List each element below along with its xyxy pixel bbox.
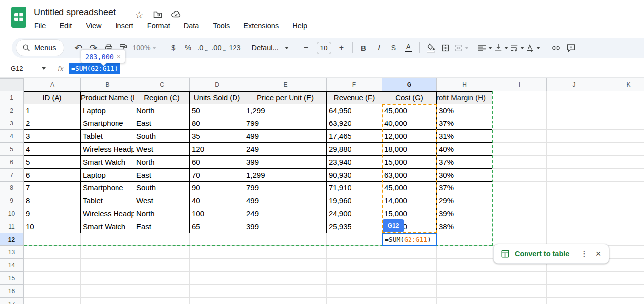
cell-H8[interactable]: 37%	[437, 182, 492, 194]
cell-J3[interactable]	[547, 117, 601, 130]
format-currency-button[interactable]: $	[167, 41, 179, 55]
cell-E3[interactable]: 799	[244, 117, 327, 130]
cell-E2[interactable]: 1,299	[244, 104, 327, 117]
row-header-7[interactable]: 7	[0, 169, 24, 182]
menu-edit[interactable]: Edit	[59, 21, 72, 31]
cell-A14[interactable]	[24, 259, 81, 272]
cell-H14[interactable]	[437, 259, 492, 272]
cell-B12[interactable]	[81, 233, 134, 246]
zoom-control[interactable]: 100%	[133, 44, 157, 52]
cell-D11[interactable]: 65	[190, 220, 244, 233]
cell-D2[interactable]: 50	[190, 104, 244, 117]
cell-A12[interactable]	[24, 233, 81, 246]
cell-H4[interactable]: 31%	[437, 130, 492, 143]
cell-E1[interactable]: Price per Unit (E)	[244, 91, 327, 104]
cell-G8[interactable]: 45,000	[382, 182, 437, 194]
cell-C12[interactable]	[134, 233, 190, 246]
cell-D4[interactable]: 35	[190, 130, 244, 143]
menu-view[interactable]: View	[85, 21, 102, 31]
fill-color-button[interactable]	[424, 41, 437, 55]
cell-B5[interactable]: Wireless Headphones	[81, 143, 134, 156]
row-header-13[interactable]: 13	[0, 246, 24, 259]
cell-H6[interactable]: 37%	[437, 156, 492, 169]
cell-I7[interactable]	[492, 169, 547, 182]
more-formats-button[interactable]: 123	[229, 41, 241, 55]
cell-A4[interactable]: 3	[24, 130, 81, 143]
cell-J10[interactable]	[547, 207, 601, 220]
strikethrough-button[interactable]: S	[387, 41, 400, 55]
merge-cells-button[interactable]	[454, 41, 468, 55]
cell-E11[interactable]: 399	[244, 220, 327, 233]
cell-H16[interactable]	[437, 285, 492, 298]
cell-D13[interactable]	[190, 246, 244, 259]
cell-G17[interactable]	[382, 298, 437, 304]
menu-insert[interactable]: Insert	[115, 21, 134, 31]
insert-comment-button[interactable]	[565, 41, 578, 55]
cell-D8[interactable]: 90	[190, 182, 244, 194]
cell-D16[interactable]	[190, 285, 244, 298]
column-header-C[interactable]: C	[134, 78, 190, 91]
popup-more-options-icon[interactable]: ⋮	[576, 249, 591, 258]
cell-B8[interactable]: Smartphone	[81, 182, 134, 194]
menu-help[interactable]: Help	[292, 21, 308, 31]
cell-B4[interactable]: Tablet	[81, 130, 134, 143]
cell-A1[interactable]: ID (A)	[24, 91, 81, 104]
decrease-font-size-button[interactable]: −	[300, 41, 313, 55]
cell-A5[interactable]: 4	[24, 143, 81, 156]
cell-C1[interactable]: Region (C)	[134, 91, 190, 104]
cell-H13[interactable]	[437, 246, 492, 259]
cell-I4[interactable]	[492, 130, 547, 143]
cell-J17[interactable]	[547, 298, 601, 304]
menu-extensions[interactable]: Extensions	[243, 21, 279, 31]
cell-C11[interactable]: East	[134, 220, 190, 233]
cell-K15[interactable]	[601, 272, 644, 285]
cell-E12[interactable]	[244, 233, 327, 246]
cell-J8[interactable]	[547, 182, 601, 194]
cell-A7[interactable]: 6	[24, 169, 81, 182]
cell-E16[interactable]	[244, 285, 327, 298]
cell-F7[interactable]: 90,930	[327, 169, 382, 182]
cell-J9[interactable]	[547, 194, 601, 207]
row-header-9[interactable]: 9	[0, 194, 24, 207]
cell-B7[interactable]: Laptop	[81, 169, 134, 182]
cell-C5[interactable]: West	[134, 143, 190, 156]
cell-J16[interactable]	[547, 285, 601, 298]
cell-D14[interactable]	[190, 259, 244, 272]
row-header-5[interactable]: 5	[0, 143, 24, 156]
cell-I9[interactable]	[492, 194, 547, 207]
cell-G5[interactable]: 18,000	[382, 143, 437, 156]
cell-H10[interactable]: 39%	[437, 207, 492, 220]
cell-K8[interactable]	[601, 182, 644, 194]
cell-F1[interactable]: Revenue (F)	[327, 91, 382, 104]
cell-C4[interactable]: South	[134, 130, 190, 143]
font-family-control[interactable]: Defaul...	[252, 44, 290, 52]
cell-C10[interactable]: North	[134, 207, 190, 220]
cell-F14[interactable]	[327, 259, 382, 272]
cell-F5[interactable]: 29,880	[327, 143, 382, 156]
font-size-input[interactable]: 10	[317, 42, 331, 54]
cell-J15[interactable]	[547, 272, 601, 285]
insert-link-button[interactable]	[550, 41, 563, 55]
cell-E13[interactable]	[244, 246, 327, 259]
increase-font-size-button[interactable]: +	[335, 41, 348, 55]
cell-G6[interactable]: 15,000	[382, 156, 437, 169]
cell-J6[interactable]	[547, 156, 601, 169]
cell-B13[interactable]	[81, 246, 134, 259]
cell-D15[interactable]	[190, 272, 244, 285]
active-cell-G12[interactable]: =SUM(G2:G11)	[382, 233, 437, 246]
cell-H3[interactable]: 37%	[437, 117, 492, 130]
column-header-H[interactable]: H	[437, 78, 492, 91]
italic-button[interactable]: I	[372, 41, 385, 55]
text-wrap-button[interactable]	[510, 41, 524, 55]
cell-C14[interactable]	[134, 259, 190, 272]
star-icon[interactable]: ☆	[134, 9, 145, 20]
cell-E6[interactable]: 399	[244, 156, 327, 169]
cell-D1[interactable]: Units Sold (D)	[190, 91, 244, 104]
menu-data[interactable]: Data	[183, 21, 200, 31]
row-header-4[interactable]: 4	[0, 130, 24, 143]
cell-F9[interactable]: 19,960	[327, 194, 382, 207]
column-header-A[interactable]: A	[24, 78, 81, 91]
cell-F17[interactable]	[327, 298, 382, 304]
cell-D5[interactable]: 120	[190, 143, 244, 156]
column-header-K[interactable]: K	[601, 78, 644, 91]
